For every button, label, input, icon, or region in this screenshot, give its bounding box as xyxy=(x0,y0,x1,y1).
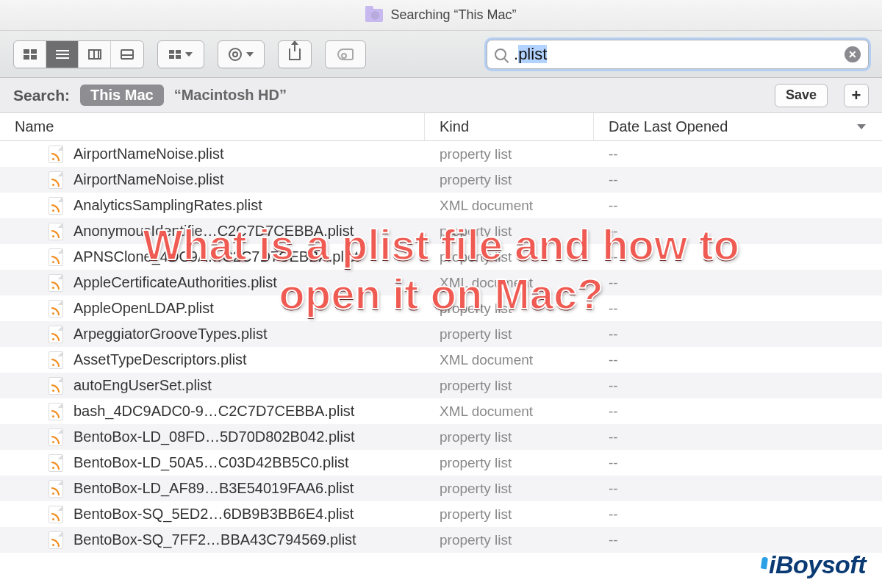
file-date-opened: -- xyxy=(594,172,882,188)
tag-icon xyxy=(337,49,354,60)
window-titlebar: Searching “This Mac” xyxy=(0,0,882,31)
result-row[interactable]: BentoBox-SQ_5ED2…6DB9B3BB6E4.plistproper… xyxy=(0,501,882,527)
search-query-text: .plist xyxy=(514,45,845,64)
list-icon xyxy=(56,50,69,59)
columns-icon xyxy=(88,49,101,60)
plist-file-icon xyxy=(49,248,63,266)
result-row[interactable]: BentoBox-LD_50A5…C03D42BB5C0.plistproper… xyxy=(0,450,882,476)
file-name: bash_4DC9ADC0-9…C2C7D7CEBBA.plist xyxy=(74,403,354,420)
plist-file-icon xyxy=(49,146,63,163)
file-date-opened: -- xyxy=(594,249,882,265)
save-search-button[interactable]: Save xyxy=(775,84,828,107)
file-name: APNSClone_4DC9A…C2C7D7CEBBA.plist xyxy=(74,248,359,265)
clear-search-button[interactable]: ✕ xyxy=(845,46,861,62)
gear-icon xyxy=(229,48,242,61)
file-date-opened: -- xyxy=(594,481,882,497)
file-kind: XML document xyxy=(425,352,594,368)
file-date-opened: -- xyxy=(594,275,882,291)
result-row[interactable]: AirportNameNoise.plistproperty list-- xyxy=(0,167,882,193)
plist-file-icon xyxy=(49,531,63,549)
scope-this-mac[interactable]: This Mac xyxy=(80,85,164,106)
file-kind: property list xyxy=(425,326,594,343)
file-kind: property list xyxy=(425,429,594,445)
file-kind: property list xyxy=(425,506,594,523)
result-row[interactable]: AirportNameNoise.plistproperty list-- xyxy=(0,141,882,167)
file-date-opened: -- xyxy=(594,429,882,445)
window-title: Searching “This Mac” xyxy=(390,7,516,23)
file-kind: property list xyxy=(425,301,594,317)
file-date-opened: -- xyxy=(594,301,882,317)
add-criteria-button[interactable]: + xyxy=(844,84,869,107)
file-name: AirportNameNoise.plist xyxy=(74,171,224,188)
result-row[interactable]: BentoBox-LD_AF89…B3E54019FAA6.plistprope… xyxy=(0,476,882,501)
view-icons-button[interactable] xyxy=(14,41,46,68)
view-columns-button[interactable] xyxy=(79,41,111,68)
file-kind: property list xyxy=(425,223,594,240)
watermark-logo: iBoysoft xyxy=(761,551,866,579)
result-row[interactable]: BentoBox-SQ_7FF2…BBA43C794569.plistprope… xyxy=(0,527,882,553)
plist-file-icon xyxy=(49,197,63,215)
file-kind: XML document xyxy=(425,404,594,420)
search-icon xyxy=(495,49,506,60)
file-kind: property list xyxy=(425,172,594,188)
file-date-opened: -- xyxy=(594,455,882,471)
scope-macintosh-hd[interactable]: “Macintosh HD” xyxy=(174,87,287,104)
column-headers: Name Kind Date Last Opened xyxy=(0,113,882,141)
plist-file-icon xyxy=(49,403,63,420)
sort-descending-icon xyxy=(857,124,866,129)
file-date-opened: -- xyxy=(594,506,882,523)
file-name: BentoBox-LD_50A5…C03D42BB5C0.plist xyxy=(74,454,349,471)
view-gallery-button[interactable] xyxy=(111,41,143,68)
file-name: BentoBox-SQ_5ED2…6DB9B3BB6E4.plist xyxy=(74,506,354,523)
plist-file-icon xyxy=(49,274,63,292)
group-by-menu[interactable] xyxy=(157,40,204,68)
search-scope-label: Search: xyxy=(13,87,70,104)
file-date-opened: -- xyxy=(594,378,882,394)
file-date-opened: -- xyxy=(594,223,882,240)
result-row[interactable]: AssetTypeDescriptors.plistXML document-- xyxy=(0,347,882,373)
file-kind: property list xyxy=(425,455,594,471)
plist-file-icon xyxy=(49,326,63,343)
search-scope-bar: Search: This Mac “Macintosh HD” Save + xyxy=(0,78,882,113)
result-row[interactable]: APNSClone_4DC9A…C2C7D7CEBBA.plistpropert… xyxy=(0,244,882,270)
gallery-icon xyxy=(121,49,134,60)
plist-file-icon xyxy=(49,506,63,523)
column-header-date[interactable]: Date Last Opened xyxy=(594,113,882,140)
result-row[interactable]: bash_4DC9ADC0-9…C2C7D7CEBBA.plistXML doc… xyxy=(0,398,882,424)
result-row[interactable]: AnalyticsSamplingRates.plistXML document… xyxy=(0,193,882,218)
file-date-opened: -- xyxy=(594,326,882,343)
file-kind: XML document xyxy=(425,275,594,291)
plist-file-icon xyxy=(49,223,63,240)
file-kind: property list xyxy=(425,146,594,162)
file-kind: property list xyxy=(425,378,594,394)
view-mode-segmented xyxy=(13,40,144,68)
column-header-name[interactable]: Name xyxy=(0,113,425,140)
chevron-down-icon xyxy=(185,52,193,57)
search-field[interactable]: .plist ✕ xyxy=(487,40,869,69)
file-date-opened: -- xyxy=(594,532,882,548)
file-name: AssetTypeDescriptors.plist xyxy=(74,351,247,368)
tags-button[interactable] xyxy=(325,40,366,68)
file-name: BentoBox-LD_AF89…B3E54019FAA6.plist xyxy=(74,480,354,497)
results-list: AirportNameNoise.plistproperty list--Air… xyxy=(0,141,882,553)
result-row[interactable]: AppleOpenLDAP.plistproperty list-- xyxy=(0,295,882,321)
result-row[interactable]: AnonymousIdentifie…C2C7D7CEBBA.plistprop… xyxy=(0,218,882,244)
chevron-down-icon xyxy=(246,52,254,57)
file-name: ArpeggiatorGrooveTypes.plist xyxy=(74,326,267,343)
result-row[interactable]: ArpeggiatorGrooveTypes.plistproperty lis… xyxy=(0,321,882,347)
column-header-kind[interactable]: Kind xyxy=(425,113,594,140)
result-row[interactable]: autoEngUserSet.plistproperty list-- xyxy=(0,373,882,398)
share-button[interactable] xyxy=(278,40,312,68)
grid-icon xyxy=(24,49,37,60)
file-kind: property list xyxy=(425,481,594,497)
file-name: AnalyticsSamplingRates.plist xyxy=(74,197,262,214)
file-name: AnonymousIdentifie…C2C7D7CEBBA.plist xyxy=(74,223,354,240)
file-kind: XML document xyxy=(425,198,594,214)
file-kind: property list xyxy=(425,249,594,265)
plist-file-icon xyxy=(49,377,63,395)
result-row[interactable]: AppleCertificateAuthorities.plistXML doc… xyxy=(0,270,882,295)
action-menu[interactable] xyxy=(218,40,265,68)
view-list-button[interactable] xyxy=(46,41,79,68)
file-name: autoEngUserSet.plist xyxy=(74,377,212,394)
result-row[interactable]: BentoBox-LD_08FD…5D70D802B042.plistprope… xyxy=(0,424,882,450)
